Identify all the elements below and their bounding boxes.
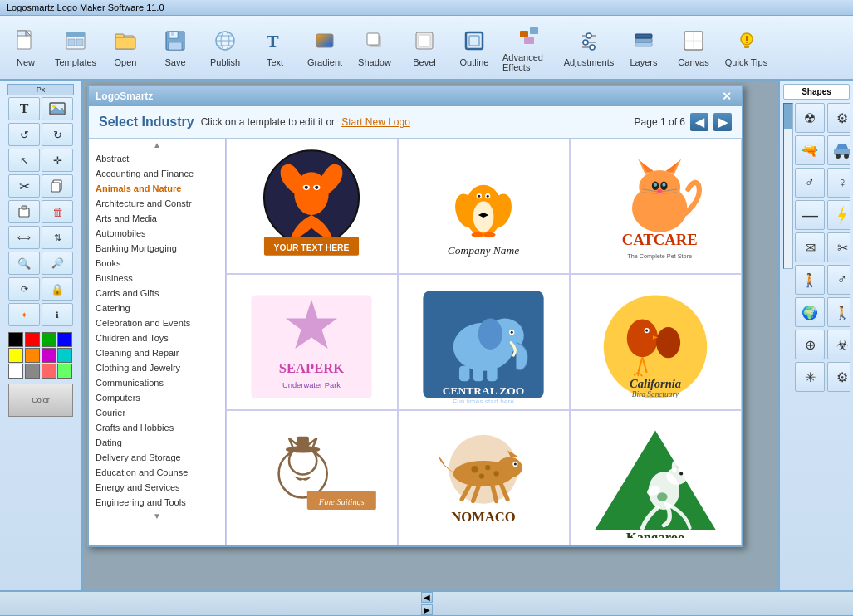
toolbar-canvas[interactable]: Canvas xyxy=(669,19,718,76)
category-item-arts[interactable]: Arts and Media xyxy=(89,211,225,226)
toolbar-open[interactable]: Open xyxy=(101,19,150,76)
template-cell-2[interactable]: Company Name xyxy=(398,139,570,274)
shape-target[interactable]: ⊕ xyxy=(795,330,825,359)
mini-swatch[interactable] xyxy=(42,332,56,347)
text-tool[interactable]: T xyxy=(8,97,40,120)
toolbar-advanced[interactable]: Advanced Effects xyxy=(500,19,558,76)
redo-tool[interactable]: ↻ xyxy=(42,123,73,146)
zoom-out-tool[interactable]: 🔎 xyxy=(42,252,73,275)
category-item-automobiles[interactable]: Automobiles xyxy=(89,226,225,241)
zoom-in-tool[interactable]: 🔍 xyxy=(8,252,40,275)
category-item-dating[interactable]: Dating xyxy=(89,435,225,450)
category-item-banking[interactable]: Banking Mortgaging xyxy=(89,241,225,256)
next-page-button[interactable]: ▶ xyxy=(713,113,732,131)
template-cell-6[interactable]: California Bird Sanctuary xyxy=(570,274,742,409)
shape-lightning[interactable] xyxy=(827,200,850,230)
special-tool[interactable]: ✦ xyxy=(8,303,40,326)
category-item-accounting[interactable]: Accounting and Finance xyxy=(89,166,225,181)
shape-male[interactable]: ♂ xyxy=(795,168,825,198)
mini-swatch[interactable] xyxy=(25,348,40,363)
tab-shapes[interactable]: Shapes xyxy=(783,84,850,100)
template-cell-7[interactable]: Fine Suitings xyxy=(226,410,398,545)
flip-v-tool[interactable]: ⇅ xyxy=(42,226,73,249)
toolbar-new[interactable]: New xyxy=(2,19,50,76)
mini-swatch[interactable] xyxy=(25,332,40,347)
shape-person[interactable]: 🚶 xyxy=(795,265,825,295)
toolbar-text[interactable]: T Text xyxy=(251,19,299,76)
shape-mail[interactable]: ✉ xyxy=(795,232,825,262)
category-item-architecture[interactable]: Architecture and Constr xyxy=(89,196,225,211)
copy-tool[interactable] xyxy=(42,174,73,198)
shape-dash[interactable]: — xyxy=(795,200,825,230)
category-item-books[interactable]: Books xyxy=(89,256,225,271)
undo-tool[interactable]: ↺ xyxy=(8,123,40,146)
mini-swatch[interactable] xyxy=(8,348,23,363)
scroll-right-arrow[interactable]: ▶ xyxy=(421,604,433,615)
toolbar-outline[interactable]: Outline xyxy=(450,19,498,76)
category-item-catering[interactable]: Catering xyxy=(89,301,225,315)
shape-female[interactable]: ♀ xyxy=(827,168,850,198)
shape-male2[interactable]: ♂ xyxy=(827,265,850,295)
info-tool[interactable]: ℹ xyxy=(42,303,73,326)
shape-nuclear[interactable]: ☢ xyxy=(795,103,825,133)
template-cell-5[interactable]: CENTRAL ZOO Fun times start here xyxy=(398,274,570,409)
category-item-children[interactable]: Children and Toys xyxy=(89,330,225,345)
category-item-clothing[interactable]: Clothing and Jewelry xyxy=(89,360,225,375)
category-item-education[interactable]: Education and Counsel xyxy=(89,465,225,480)
shape-gear[interactable]: ⚙ xyxy=(827,103,850,133)
template-cell-1[interactable]: YOUR TEXT HERE xyxy=(226,139,398,274)
mini-swatch[interactable] xyxy=(8,364,23,379)
category-item-cleaning[interactable]: Cleaning and Repair xyxy=(89,345,225,360)
scroll-thumb-right[interactable] xyxy=(784,104,792,129)
toolbar-templates[interactable]: Templates xyxy=(51,19,100,76)
category-item-business[interactable]: Business xyxy=(89,271,225,286)
shape-gear2[interactable]: ⚙ xyxy=(827,362,850,392)
category-item-computers[interactable]: Computers xyxy=(89,390,225,405)
template-cell-8[interactable]: NOMACO xyxy=(398,410,570,545)
category-item-cards[interactable]: Cards and Gifts xyxy=(89,286,225,301)
toolbar-layers[interactable]: Layers xyxy=(620,19,668,76)
shape-weapon[interactable]: 🔫 xyxy=(795,135,825,165)
move-tool[interactable]: ✛ xyxy=(42,149,73,172)
rotate-tool[interactable]: ⟳ xyxy=(8,277,40,301)
category-item-crafts[interactable]: Crafts and Hobbies xyxy=(89,420,225,435)
toolbar-gradient[interactable]: Gradient xyxy=(301,19,349,76)
cut-tool[interactable]: ✂ xyxy=(8,174,40,198)
prev-page-button[interactable]: ◀ xyxy=(690,113,708,131)
shape-globe[interactable]: 🌍 xyxy=(795,297,825,327)
mini-swatch[interactable] xyxy=(57,332,72,347)
mini-swatch[interactable] xyxy=(57,364,72,379)
toolbar-shadow[interactable]: Shadow xyxy=(351,19,399,76)
category-item-engineering[interactable]: Engineering and Tools xyxy=(89,495,225,510)
category-item-delivery[interactable]: Delivery and Storage xyxy=(89,450,225,465)
delete-tool[interactable]: 🗑 xyxy=(42,200,73,223)
image-tool[interactable] xyxy=(42,97,73,120)
paste-tool[interactable] xyxy=(8,200,40,223)
mini-swatch[interactable] xyxy=(42,348,56,363)
scroll-left-arrow[interactable]: ◀ xyxy=(421,592,433,603)
modal-close-button[interactable]: ✕ xyxy=(718,90,735,103)
scroll-up[interactable]: ▲ xyxy=(89,139,225,151)
scroll-down[interactable]: ▼ xyxy=(89,510,225,522)
start-new-link[interactable]: Start New Logo xyxy=(341,116,410,128)
shape-car[interactable] xyxy=(827,135,850,165)
lock-tool[interactable]: 🔒 xyxy=(42,277,73,301)
category-item-abstract[interactable]: Abstract xyxy=(89,151,225,166)
category-item-celebration[interactable]: Celebration and Events xyxy=(89,315,225,330)
scroll-bar-right[interactable] xyxy=(783,103,793,269)
category-item-courier[interactable]: Courier xyxy=(89,405,225,420)
arrow-tool[interactable]: ↖ xyxy=(8,149,40,172)
shape-walk[interactable]: 🚶 xyxy=(827,297,850,327)
shape-asterisk[interactable]: ✳ xyxy=(795,362,825,392)
toolbar-adjustments[interactable]: Adjustments xyxy=(560,19,618,76)
mini-swatch[interactable] xyxy=(42,364,56,379)
template-cell-9[interactable]: Kangaroo xyxy=(570,410,742,545)
category-item-animals[interactable]: Animals and Nature xyxy=(89,181,225,196)
template-cell-4[interactable]: SEAPERK Underwater Park xyxy=(226,274,398,409)
category-item-energy[interactable]: Energy and Services xyxy=(89,480,225,495)
shape-scissors[interactable]: ✂ xyxy=(827,232,850,262)
toolbar-quick-tips[interactable]: Quick Tips xyxy=(719,19,773,76)
template-cell-3[interactable]: CATCARE The Complete Pet Store xyxy=(570,139,742,274)
toolbar-save[interactable]: Save xyxy=(151,19,199,76)
mini-swatch[interactable] xyxy=(8,332,23,347)
